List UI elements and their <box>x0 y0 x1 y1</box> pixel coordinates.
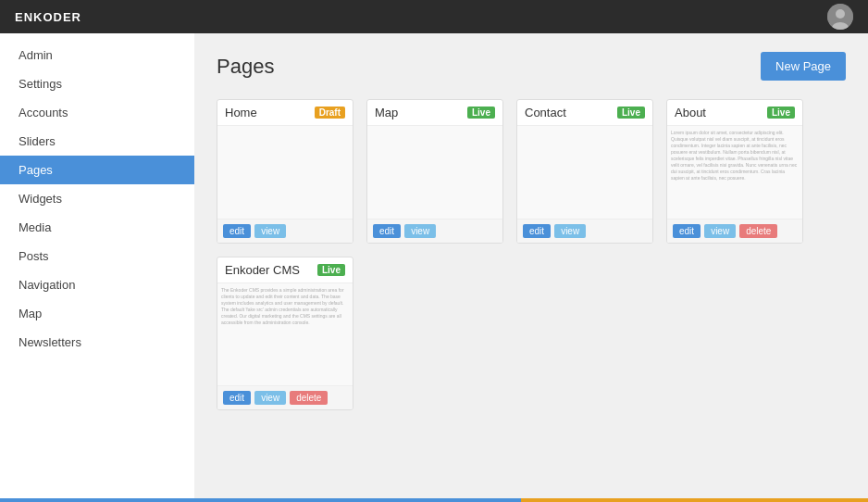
card-actions-contact: edit view <box>517 219 652 243</box>
page-card-enkoder-cms: Enkoder CMS Live The Enkoder CMS provide… <box>217 257 353 410</box>
badge-contact: Live <box>617 107 645 119</box>
sidebar-item-map[interactable]: Map <box>0 299 194 328</box>
card-preview-home <box>217 126 353 219</box>
page-card-home: Home Draft edit view <box>217 99 353 244</box>
topbar: ENKODER <box>0 0 868 33</box>
sidebar-item-widgets[interactable]: Widgets <box>0 184 194 213</box>
card-header-about: About Live <box>667 100 802 126</box>
sidebar-item-settings[interactable]: Settings <box>0 69 194 98</box>
card-preview-about: Lorem ipsum dolor sit amet, consectetur … <box>667 126 802 219</box>
card-preview-map <box>367 126 502 219</box>
badge-about: Live <box>767 107 795 119</box>
cards-grid: Home Draft edit view Map Live edit v <box>217 99 846 244</box>
card-header-enkoder-cms: Enkoder CMS Live <box>217 257 353 283</box>
view-about-button[interactable]: view <box>704 224 736 238</box>
brand-logo: ENKODER <box>15 10 81 24</box>
card-actions-home: edit view <box>217 219 353 243</box>
cards-grid-row2: Enkoder CMS Live The Enkoder CMS provide… <box>217 257 846 410</box>
sidebar-item-navigation[interactable]: Navigation <box>0 270 194 299</box>
page-header: Pages New Page <box>217 52 846 81</box>
new-page-button[interactable]: New Page <box>761 52 846 81</box>
layout: Admin Settings Accounts Sliders Pages Wi… <box>0 33 868 502</box>
card-title-about: About <box>675 106 706 119</box>
card-actions-map: edit view <box>367 219 502 243</box>
avatar[interactable] <box>827 4 853 30</box>
badge-map: Live <box>467 107 495 119</box>
card-preview-contact <box>517 126 652 219</box>
sidebar: Admin Settings Accounts Sliders Pages Wi… <box>0 33 194 502</box>
sidebar-item-media[interactable]: Media <box>0 213 194 242</box>
sidebar-item-pages[interactable]: Pages <box>0 156 194 184</box>
view-contact-button[interactable]: view <box>554 224 586 238</box>
card-header-contact: Contact Live <box>517 100 652 126</box>
card-title-enkoder-cms: Enkoder CMS <box>225 263 300 277</box>
page-card-contact: Contact Live edit view <box>516 99 653 244</box>
card-preview-enkoder-cms: The Enkoder CMS provides a simple admini… <box>217 283 353 385</box>
card-actions-about: edit view delete <box>667 219 802 243</box>
card-header-home: Home Draft <box>217 100 353 126</box>
page-card-about: About Live Lorem ipsum dolor sit amet, c… <box>666 99 803 244</box>
badge-enkoder-cms: Live <box>317 264 345 276</box>
bottom-bar <box>0 498 868 502</box>
sidebar-item-newsletters[interactable]: Newsletters <box>0 328 194 357</box>
sidebar-item-admin[interactable]: Admin <box>0 41 194 69</box>
view-home-button[interactable]: view <box>254 224 286 238</box>
view-enkoder-cms-button[interactable]: view <box>254 391 286 405</box>
enkoder-cms-preview-text: The Enkoder CMS provides a simple admini… <box>221 287 349 326</box>
card-title-home: Home <box>225 106 257 119</box>
edit-home-button[interactable]: edit <box>223 224 251 238</box>
view-map-button[interactable]: view <box>404 224 436 238</box>
page-card-map: Map Live edit view <box>366 99 503 244</box>
badge-home: Draft <box>315 107 345 119</box>
card-header-map: Map Live <box>367 100 502 126</box>
delete-enkoder-cms-button[interactable]: delete <box>290 391 328 405</box>
edit-contact-button[interactable]: edit <box>523 224 551 238</box>
card-title-map: Map <box>375 106 398 119</box>
delete-about-button[interactable]: delete <box>739 224 777 238</box>
sidebar-item-posts[interactable]: Posts <box>0 242 194 270</box>
page-title: Pages <box>217 55 274 79</box>
main-content: Pages New Page Home Draft edit view M <box>194 33 868 502</box>
svg-point-1 <box>836 9 845 19</box>
sidebar-item-sliders[interactable]: Sliders <box>0 127 194 156</box>
card-actions-enkoder-cms: edit view delete <box>217 385 353 409</box>
sidebar-item-accounts[interactable]: Accounts <box>0 98 194 127</box>
edit-enkoder-cms-button[interactable]: edit <box>223 391 251 405</box>
card-title-contact: Contact <box>525 106 566 119</box>
edit-about-button[interactable]: edit <box>673 224 701 238</box>
about-preview-text: Lorem ipsum dolor sit amet, consectetur … <box>671 130 799 182</box>
edit-map-button[interactable]: edit <box>373 224 401 238</box>
